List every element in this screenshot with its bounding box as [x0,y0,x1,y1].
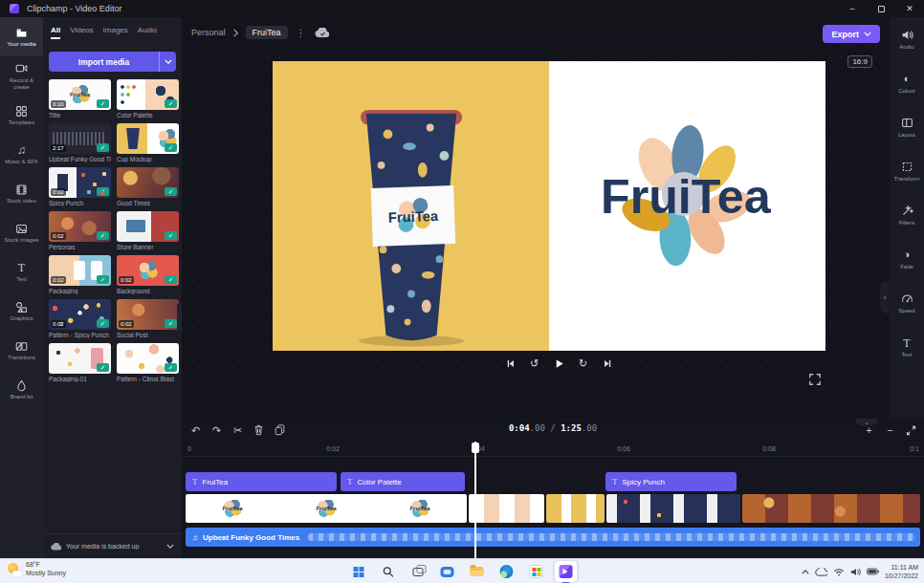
windows-taskbar-icon[interactable] [347,561,370,582]
media-item[interactable]: 0:02✓Personas [49,211,111,250]
zoom-in-button[interactable]: + [860,421,878,439]
media-thumbnail[interactable]: 0:02✓ [49,255,111,286]
taskview-taskbar-icon[interactable] [407,561,429,582]
sidebar-item-stock-video[interactable]: Stock video [0,174,43,213]
media-item[interactable]: ✓Store Banner [117,211,179,250]
media-thumbnail[interactable]: ✓ [117,167,179,198]
inspector-item-transform[interactable]: Transform [890,149,924,193]
search-taskbar-icon[interactable] [377,561,400,582]
tray-chevron-up-icon[interactable] [802,570,809,574]
clipchamp-taskbar-icon[interactable] [555,561,578,582]
media-item[interactable]: 0:02✓Background [117,255,179,294]
tray-volume-icon[interactable] [850,568,861,576]
media-thumbnail[interactable]: 0:02✓ [49,167,111,198]
fast-forward-button[interactable]: ↻ [575,356,592,371]
media-item[interactable]: ✓Cup Mockup [117,123,179,162]
media-item[interactable]: 0:02✓Social Post [117,299,179,338]
zoom-fit-button[interactable] [902,421,920,439]
sidebar-item-stock-images[interactable]: Stock images [0,213,43,252]
aspect-ratio-badge[interactable]: 16:9 [847,55,872,68]
text-clip[interactable]: TSpicy Punch [605,472,737,491]
sidebar-item-graphics[interactable]: Graphics [0,292,43,331]
sidebar-item-music-sfx[interactable]: ♫Music & SFX [0,135,43,174]
tab-all[interactable]: All [51,26,60,39]
tray-cloud-icon[interactable] [815,568,827,576]
audio-clip[interactable]: ♫ Upbeat Funky Good Times [186,528,920,547]
sidebar-item-text[interactable]: TText [0,252,43,292]
import-media-button[interactable]: Import media [49,52,176,72]
media-item[interactable]: ✓Good Times [117,167,179,206]
media-thumbnail[interactable]: ✓ [117,79,179,110]
text-clip[interactable]: TColor Palette [341,472,465,491]
video-clip-segment[interactable] [606,494,740,523]
skip-to-end-button[interactable] [599,356,616,371]
media-item[interactable]: ✓Pattern - Citrus Blast [117,343,179,382]
maximize-button[interactable] [867,0,895,17]
text-clip[interactable]: TFruiTea [186,472,337,491]
timeline-ruler[interactable]: 00:020:040:060:080:1 [182,442,924,457]
taskbar-clock[interactable]: 11:11 AM 10/27/2022 [885,563,918,580]
media-backup-status[interactable]: Your media is backed up [43,533,182,558]
media-thumbnail[interactable]: ✓ [117,211,179,242]
skip-to-start-button[interactable] [501,356,518,371]
media-thumbnail[interactable]: 0:02✓ [49,299,111,330]
rewind-button[interactable]: ↺ [526,356,543,371]
inspector-item-filters[interactable]: Filters [890,193,924,237]
media-item[interactable]: ✓Color Palette [117,79,179,119]
media-thumbnail[interactable]: 0:02✓ [49,211,111,242]
edge-taskbar-icon[interactable] [495,561,518,582]
sidebar-item-brand-kit[interactable]: Brand kit [0,370,43,409]
playhead[interactable] [474,442,476,558]
video-clip-segment[interactable] [742,494,920,523]
explorer-taskbar-icon[interactable] [466,561,489,582]
tab-audio[interactable]: Audio [138,26,157,39]
tray-wifi-icon[interactable] [833,568,845,576]
tray-battery-icon[interactable] [867,568,879,575]
chevron-down-icon[interactable] [166,544,174,549]
media-item[interactable]: 0:02✓Packaging [49,255,111,294]
inspector-item-audio[interactable]: Audio [890,17,924,61]
cloud-synced-icon[interactable] [315,28,329,38]
tab-images[interactable]: Images [103,26,128,39]
media-item[interactable]: 0:02✓Spicy Punch [49,167,111,206]
inspector-item-speed[interactable]: Speed [890,281,924,325]
media-thumbnail[interactable]: 2:17✓ [49,123,111,154]
microsoft-store-taskbar-icon[interactable] [525,561,548,582]
import-chevron-icon[interactable] [159,52,176,72]
media-item[interactable]: FruiTea0:10✓Title [49,79,111,119]
inspector-item-layout[interactable]: Layout [890,105,924,149]
media-item[interactable]: 2:17✓Upbeat Funky Good Tim.. [49,123,111,162]
tab-videos[interactable]: Videos [70,26,93,39]
project-menu-icon[interactable]: ⋮ [295,28,308,38]
taskbar-weather-widget[interactable]: 68°F Mostly Sunny [8,561,66,578]
media-thumbnail[interactable]: 0:02✓ [117,255,179,286]
chat-taskbar-icon[interactable] [436,561,459,582]
project-name[interactable]: FruiTea [246,26,288,39]
preview-canvas[interactable]: FruiTea FruiTea [273,61,825,351]
media-thumbnail[interactable]: FruiTea0:10✓ [49,79,111,110]
inspector-collapse-handle[interactable]: ‹ [880,281,890,313]
media-item[interactable]: ✓Packaging-01 [49,343,111,382]
media-item[interactable]: 0:02✓Pattern - Spicy Punch [49,299,111,338]
video-clip-segment[interactable] [469,494,544,523]
sidebar-item-your-media[interactable]: Your media [0,17,43,56]
playhead-handle[interactable] [472,443,479,453]
breadcrumb-root[interactable]: Personal [191,28,226,37]
media-thumbnail[interactable]: ✓ [117,123,179,154]
media-thumbnail[interactable]: ✓ [49,343,111,374]
video-clip-segment[interactable]: FruiTeaFruiTeaFruiTea [186,494,467,523]
sidebar-item-templates[interactable]: Templates [0,96,43,135]
minimize-button[interactable]: – [838,0,867,17]
close-button[interactable]: ✕ [895,0,924,17]
media-thumbnail[interactable]: ✓ [117,343,179,374]
sidebar-item-transitions[interactable]: Transitions [0,331,43,370]
inspector-item-text[interactable]: TText [890,325,924,369]
play-button[interactable] [550,356,567,371]
video-clip-segment[interactable] [546,494,605,523]
fullscreen-icon[interactable] [808,373,824,388]
export-button[interactable]: Export [823,25,880,43]
sidebar-item-record-create[interactable]: Record & create [0,56,43,96]
inspector-item-fade[interactable]: ◑Fade [890,237,924,281]
zoom-out-button[interactable]: − [881,421,899,439]
inspector-item-colour[interactable]: ◐Colour [890,61,924,105]
